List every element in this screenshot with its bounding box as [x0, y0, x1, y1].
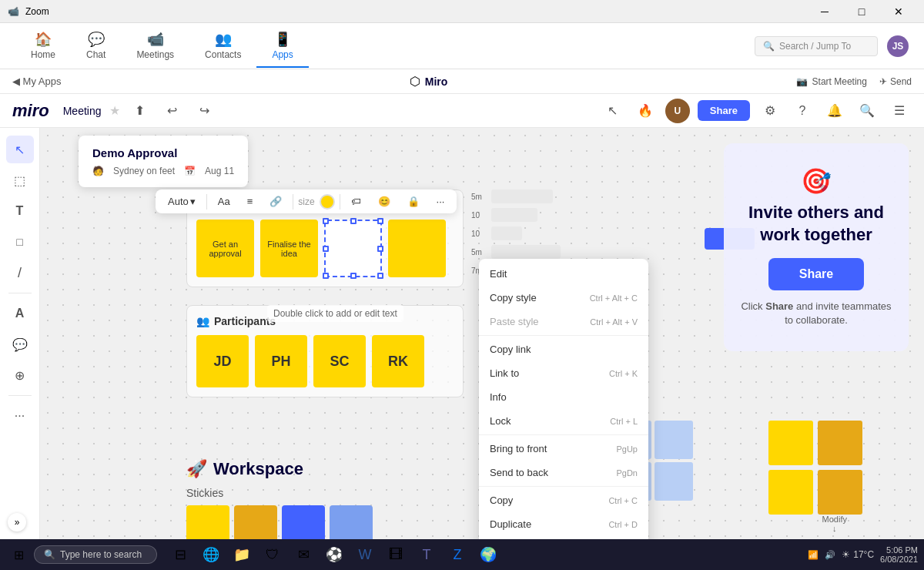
start-meeting-button[interactable]: 📷 Start Meeting — [796, 76, 867, 87]
taskbar-app-taskview[interactable]: ⊟ — [166, 541, 194, 568]
taskbar-app-media[interactable]: 🎞 — [382, 541, 410, 568]
grid-view-button[interactable]: ☰ — [887, 99, 912, 123]
maximize-button[interactable]: □ — [844, 0, 879, 23]
ctx-link-to[interactable]: Link to Ctrl + K — [479, 361, 648, 385]
taskbar-search[interactable]: 🔍 Type here to search — [34, 545, 157, 564]
ctx-bring-front[interactable]: Bring to front PgUp — [479, 437, 648, 461]
tool-frames[interactable]: ⬚ — [6, 166, 34, 194]
participant-sc[interactable]: SC — [313, 335, 366, 387]
search-button[interactable]: 🔍 — [855, 99, 879, 123]
ctx-copy-style[interactable]: Copy style Ctrl + Alt + C — [479, 286, 648, 310]
rs-6[interactable] — [654, 462, 693, 501]
lock-btn[interactable]: 🔒 — [401, 193, 426, 210]
taskbar-app-security[interactable]: 🛡 — [259, 541, 286, 568]
sticky-selected[interactable] — [324, 220, 382, 277]
zoom-search-box[interactable]: 🔍 Search / Jump To — [755, 36, 878, 56]
miro-appbar-right: 📷 Start Meeting ✈ Send — [796, 76, 912, 87]
settings-button[interactable]: ⚙ — [758, 99, 782, 123]
tool-add[interactable]: ⊕ — [6, 361, 34, 389]
cursor-button[interactable]: ↖ — [601, 99, 625, 123]
frs-4[interactable] — [818, 470, 862, 515]
taskbar-app-mail[interactable]: ✉ — [290, 541, 317, 568]
participant-rk[interactable]: RK — [372, 335, 424, 387]
taskbar-app-edge[interactable]: 🌐 — [197, 541, 225, 568]
far-right-stickies — [768, 421, 862, 515]
handle-tc — [350, 218, 357, 224]
size-label: size — [298, 196, 314, 207]
tab-apps[interactable]: 📱 Apps — [256, 25, 308, 68]
tool-letter[interactable]: A — [6, 300, 34, 327]
link-icon: 🔗 — [270, 196, 282, 207]
nav-collapse-arrow[interactable]: » — [8, 513, 26, 531]
auto-btn[interactable]: Auto ▾ — [162, 193, 202, 210]
tab-chat[interactable]: 💬 Chat — [71, 25, 121, 68]
invite-subtitle: Click Share and invite teammates to coll… — [739, 300, 893, 327]
link-btn[interactable]: 🔗 — [263, 193, 288, 210]
frs-2[interactable] — [818, 421, 862, 465]
help-button[interactable]: ? — [790, 99, 815, 123]
tool-line[interactable]: / — [6, 259, 34, 287]
taskbar-app-zoom[interactable]: Z — [444, 541, 471, 568]
redo-button[interactable]: ↪ — [192, 99, 217, 123]
taskbar-app-teams[interactable]: T — [413, 541, 440, 568]
workspace-title: 🚀 Workspace — [186, 459, 373, 479]
windows-icon: ⊞ — [14, 548, 24, 562]
frs-3[interactable] — [768, 470, 813, 515]
tool-more[interactable]: ··· — [6, 402, 34, 430]
tool-sticky[interactable]: □ — [6, 228, 34, 256]
tool-text[interactable]: T — [6, 197, 34, 225]
app-title: Zoom — [25, 6, 49, 17]
tab-contacts[interactable]: 👥 Contacts — [189, 25, 256, 68]
ctx-info[interactable]: Info — [479, 385, 648, 409]
tool-select[interactable]: ↖ — [6, 136, 34, 163]
tool-comment[interactable]: 💬 — [6, 330, 34, 358]
send-button[interactable]: ✈ Send — [879, 76, 912, 87]
taskbar-app-word[interactable]: W — [351, 541, 379, 568]
share-button[interactable]: Share — [698, 100, 750, 121]
emoji-btn[interactable]: 😊 — [372, 193, 397, 210]
invite-share-button[interactable]: Share — [768, 258, 864, 290]
ctx-copy-style-shortcut: Ctrl + Alt + C — [590, 293, 638, 303]
ctx-send-back[interactable]: Send to back PgDn — [479, 461, 648, 484]
tag-btn[interactable]: 🏷 — [345, 193, 367, 210]
info-card-meta: 🧑 Sydney on feet 📅 Aug 11 — [92, 166, 234, 176]
fire-button[interactable]: 🔥 — [633, 99, 658, 123]
color-picker[interactable] — [320, 194, 335, 210]
miro-app-name: Miro — [425, 75, 448, 88]
upload-button[interactable]: ⬆ — [128, 99, 152, 123]
close-button[interactable]: ✕ — [881, 0, 916, 23]
participant-ph[interactable]: PH — [255, 335, 307, 387]
rs-3[interactable] — [654, 421, 693, 459]
ctx-copy-link-label: Copy link — [490, 344, 531, 355]
ctx-copy[interactable]: Copy Ctrl + C — [479, 488, 648, 512]
star-icon[interactable]: ★ — [109, 103, 120, 118]
font-btn[interactable]: Aa — [212, 193, 236, 210]
taskbar-app-explorer[interactable]: 📁 — [228, 541, 256, 568]
ctx-lock[interactable]: Lock Ctrl + L — [479, 409, 648, 433]
frs-1[interactable] — [768, 421, 813, 465]
participant-jd[interactable]: JD — [196, 335, 249, 387]
minimize-button[interactable]: ─ — [807, 0, 842, 23]
myapps-bar: ◀ My Apps ⬡ Miro 📷 Start Meeting ✈ Send — [0, 69, 924, 94]
taskbar-app-game[interactable]: ⚽ — [320, 541, 348, 568]
taskbar-app-chrome[interactable]: 🌍 — [474, 541, 502, 568]
tab-home[interactable]: 🏠 Home — [15, 25, 71, 68]
undo-button[interactable]: ↩ — [160, 99, 185, 123]
canvas-area[interactable]: Demo Approval 🧑 Sydney on feet 📅 Aug 11 … — [40, 128, 924, 570]
sticky-finalise-idea[interactable]: Finalise the idea — [260, 220, 318, 277]
start-menu-button[interactable]: ⊞ — [6, 542, 31, 567]
align-btn[interactable]: ≡ — [241, 193, 259, 210]
sticky-get-approval[interactable]: Get an approval — [196, 220, 254, 277]
my-apps-link[interactable]: ◀ My Apps — [12, 75, 61, 87]
ctx-duplicate[interactable]: Duplicate Ctrl + D — [479, 512, 648, 536]
more-btn[interactable]: ··· — [430, 193, 451, 210]
tab-meetings[interactable]: 📹 Meetings — [121, 25, 189, 68]
invite-icon: 🎯 — [739, 166, 893, 196]
bar-2 — [491, 208, 537, 222]
notifications-button[interactable]: 🔔 — [822, 99, 847, 123]
sticky-extra[interactable] — [388, 220, 446, 277]
ctx-copy-link[interactable]: Copy link — [479, 337, 648, 361]
modify-text: Modify — [822, 515, 847, 524]
ctx-edit[interactable]: Edit — [479, 262, 648, 286]
user-profile[interactable]: U — [665, 99, 690, 123]
